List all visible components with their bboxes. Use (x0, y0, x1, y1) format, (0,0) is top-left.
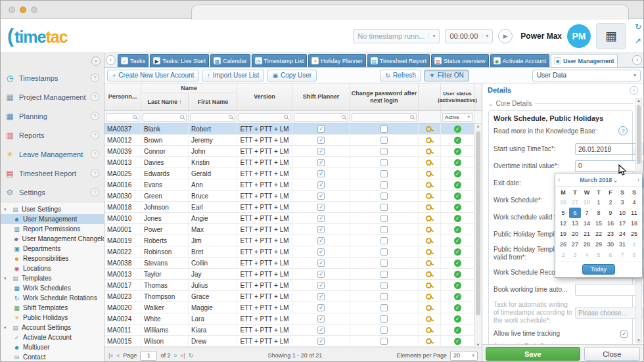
day-cell[interactable]: 25 (628, 229, 640, 239)
scrollbar-thumb[interactable] (637, 105, 641, 164)
personnel-filter-input[interactable] (106, 113, 139, 122)
change-password-checkbox[interactable] (380, 260, 388, 267)
user-key-icon[interactable] (425, 125, 434, 133)
change-password-checkbox[interactable] (380, 125, 388, 133)
user-key-icon[interactable] (425, 158, 434, 166)
scroll-up-icon[interactable]: ▲ (474, 124, 482, 128)
user-key-icon[interactable] (425, 337, 434, 345)
browser-tab[interactable] (191, 5, 629, 20)
copy-user-button[interactable]: ▣ Copy User (267, 70, 317, 81)
shift-planner-checkbox[interactable] (317, 204, 325, 211)
live-tracking-checkbox[interactable] (620, 330, 628, 338)
day-cell[interactable]: 26 (557, 239, 569, 250)
tree-item-report-permissions[interactable]: ▥Report Permissions (1, 224, 104, 234)
column-header-personnel[interactable]: Personn... (104, 83, 141, 110)
timestamp-status-dropdown[interactable]: No timestamp runn... ▾ (353, 29, 440, 43)
tree-item-shift-templates[interactable]: ▦Shift Templates (1, 303, 104, 313)
tab-scroll-left-icon[interactable]: ‹ (106, 55, 116, 65)
help-icon[interactable]: ? (91, 169, 99, 177)
tree-item-contact[interactable]: ✉Contact (1, 352, 104, 362)
help-icon[interactable]: ? (91, 188, 99, 196)
table-row[interactable]: MA0019RobertsJimETT + PTT + LM✓ (104, 235, 474, 246)
scroll-down-icon[interactable]: ▼ (474, 343, 482, 347)
user-key-icon[interactable] (425, 192, 434, 200)
change-password-checkbox[interactable] (380, 192, 388, 200)
day-cell[interactable]: 27 (569, 239, 581, 250)
user-key-icon[interactable] (425, 304, 434, 311)
day-cell[interactable]: 2 (557, 250, 569, 260)
day-cell[interactable]: 2 (605, 197, 616, 208)
avatar[interactable]: PM (567, 24, 591, 48)
sidebar-item-settings[interactable]: ⚙Settings? (1, 183, 104, 202)
tree-item-user-settings[interactable]: ▾▤User Settings (1, 204, 104, 214)
user-key-icon[interactable] (425, 225, 434, 233)
table-row[interactable]: MA0016EvansAnnETT + PTT + LM✓ (104, 179, 474, 191)
day-cell[interactable]: 23 (605, 229, 616, 239)
change-password-checkbox[interactable] (380, 304, 388, 311)
day-cell[interactable]: 15 (593, 218, 605, 229)
table-row[interactable]: MA0023ThompsonGraceETT + PTT + LM✓ (104, 291, 474, 302)
per-page-select[interactable]: 20 ▾ (450, 351, 478, 361)
day-cell[interactable]: 6 (605, 250, 616, 260)
user-key-icon[interactable] (425, 248, 434, 256)
change-password-checkbox[interactable] (380, 215, 388, 222)
day-cell[interactable]: 22 (593, 229, 605, 239)
day-cell[interactable]: 31 (616, 239, 628, 250)
change-password-checkbox[interactable] (380, 204, 388, 211)
tree-item-activate-account[interactable]: ✓Activate Account (1, 332, 104, 342)
shift-planner-checkbox[interactable] (317, 248, 325, 256)
start-timer-button[interactable]: ▶ (498, 29, 513, 43)
day-cell[interactable]: 27 (569, 197, 581, 208)
shift-planner-checkbox[interactable] (317, 192, 325, 200)
filter-toggle-button[interactable]: ▼ Filter ON (424, 70, 469, 81)
table-row[interactable]: MA0024WhiteLaraETT + PTT + LM✓ (104, 313, 474, 325)
table-row[interactable]: MA0010JonesAngieETT + PTT + LM✓ (104, 213, 474, 224)
scrollbar-thumb[interactable] (476, 131, 480, 315)
version-filter-input[interactable] (239, 113, 290, 122)
day-cell[interactable]: 18 (628, 218, 640, 229)
day-cell[interactable]: 24 (616, 229, 628, 239)
scroll-up-icon[interactable]: ▲ (636, 99, 641, 102)
change-password-checkbox[interactable] (380, 181, 388, 189)
shift-planner-checkbox[interactable] (317, 315, 325, 323)
tree-item-work-schedules[interactable]: ▦Work Schedules (1, 283, 104, 293)
column-header-last-name[interactable]: Last Name↑ (141, 93, 189, 110)
tab-tasks[interactable]: ✓Tasks (118, 54, 149, 67)
shift-planner-checkbox[interactable] (317, 327, 325, 334)
create-user-button[interactable]: + Create New User Account (107, 70, 199, 81)
tab-timestamp-list[interactable]: ◷Timestamp List (252, 54, 308, 67)
tree-item-responsibilities[interactable]: ☻Responsibilities (1, 254, 104, 263)
shift-planner-checkbox[interactable] (317, 125, 325, 133)
day-cell[interactable]: 13 (569, 218, 581, 229)
today-button[interactable]: Today (582, 264, 615, 275)
change-password-checkbox[interactable] (380, 271, 388, 278)
shift-planner-checkbox[interactable] (317, 181, 325, 189)
user-key-icon[interactable] (425, 214, 434, 222)
day-cell[interactable]: 6 (569, 208, 581, 218)
help-icon[interactable]: ? (91, 93, 99, 101)
column-header-shift-planner[interactable]: Shift Planner (292, 83, 350, 110)
day-cell[interactable]: 30 (605, 239, 616, 250)
table-row[interactable]: MA0037BlankRobertETT + PTT + LM✓ (104, 124, 474, 135)
sidebar-item-timestamps[interactable]: ◷Timestamps? (1, 68, 104, 87)
tree-item-public-holidays[interactable]: ☀Public Holidays (1, 313, 104, 323)
day-cell[interactable]: 9 (605, 208, 616, 218)
table-row[interactable]: MA0015WilsonDrewETT + PTT + LM✓ (104, 336, 474, 347)
day-cell[interactable]: 28 (581, 197, 593, 208)
shift-planner-filter-input[interactable] (294, 113, 348, 122)
change-password-filter-input[interactable] (352, 113, 417, 122)
day-cell[interactable]: 8 (628, 250, 640, 260)
sidebar-item-planning[interactable]: ▦Planning? (1, 106, 104, 125)
tab-holiday-planner[interactable]: ☀Holiday Planner (308, 54, 366, 67)
table-row[interactable]: MA0013DaviesKristinETT + PTT + LM✓ (104, 157, 474, 168)
user-key-icon[interactable] (425, 292, 434, 300)
next-page-icon[interactable]: » (173, 352, 177, 359)
user-key-icon[interactable] (425, 136, 434, 144)
shift-planner-checkbox[interactable] (317, 159, 325, 166)
first-page-icon[interactable]: |« (108, 352, 113, 359)
day-cell[interactable]: 21 (581, 229, 593, 239)
overtime-input[interactable]: 0 (575, 160, 643, 172)
expander-icon[interactable]: ▾ (4, 207, 9, 212)
last-page-icon[interactable]: »| (180, 352, 185, 359)
table-row[interactable]: MA0017ThomasJuliusETT + PTT + LM✓ (104, 280, 474, 291)
